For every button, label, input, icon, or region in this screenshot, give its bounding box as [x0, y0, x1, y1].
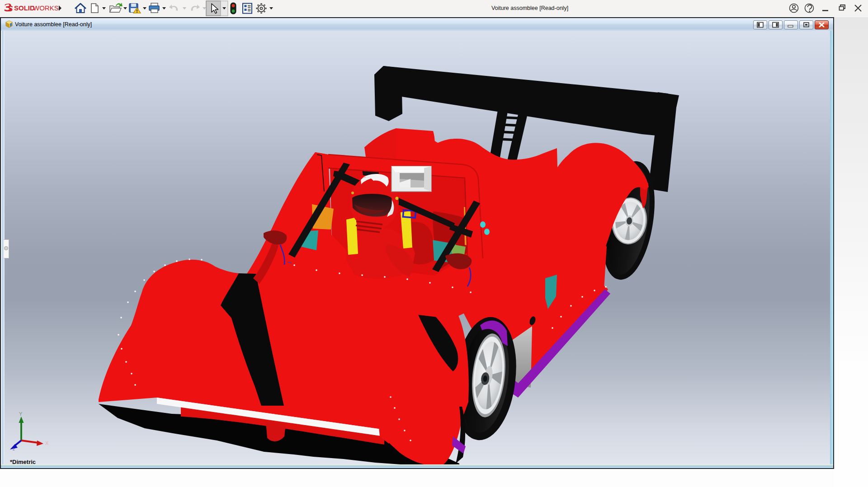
- svg-text:S: S: [8, 5, 13, 13]
- svg-text:SOLID: SOLID: [14, 4, 35, 12]
- svg-text:X: X: [45, 440, 49, 446]
- svg-text:Y: Y: [19, 411, 23, 417]
- svg-text:WORKS: WORKS: [33, 4, 59, 12]
- svg-text:Z: Z: [13, 447, 15, 451]
